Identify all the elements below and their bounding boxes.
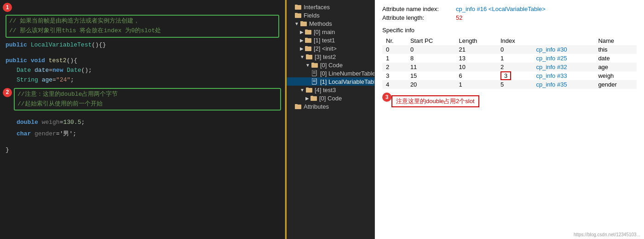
- green-comment-box-2: //注意：这里的double占用两个字节 //起始索引从使用的前一个开始: [14, 88, 281, 111]
- char-line: char gender='男';: [6, 129, 279, 139]
- svg-rect-15: [311, 63, 314, 64]
- table-row: 1 8 13 1 cp_info #25 date: [382, 54, 637, 63]
- comment1-line2: // 那么该对象引用this 将会放在index 为0的slot处: [9, 26, 276, 36]
- tree-item-code-test2[interactable]: ▼ [0] Code: [285, 61, 374, 69]
- folder-icon: [305, 36, 312, 44]
- cell-nr: 4: [382, 80, 407, 89]
- svg-rect-7: [305, 29, 308, 31]
- tree-item-main[interactable]: ▶ [0] main: [285, 28, 374, 36]
- yellow-bar: [285, 0, 287, 239]
- tree-item-interfaces[interactable]: Interfaces: [285, 3, 374, 11]
- cell-length: 21: [455, 45, 496, 54]
- local-variable-table: Nr. Start PC Length Index Name 0 0 21 0 …: [382, 36, 637, 89]
- cell-index: 3: [497, 71, 533, 80]
- highlighted-index: 3: [500, 71, 511, 80]
- tree-label-test2: [3] test2: [315, 53, 336, 60]
- annotation-text: 注意这里的double占用2个slot: [391, 95, 479, 107]
- th-index: Index: [497, 36, 533, 45]
- tree-label-code-test2: [0] Code: [320, 62, 343, 69]
- svg-rect-11: [305, 46, 308, 47]
- tree-item-code-test3[interactable]: ▶ [0] Code: [285, 94, 374, 102]
- badge-1: 1: [3, 3, 12, 12]
- cell-length: 1: [455, 80, 496, 89]
- expand-arrow: ▶: [300, 29, 304, 35]
- cell-name: date: [594, 54, 637, 63]
- th-name: Name: [594, 36, 637, 45]
- table-row: 0 0 21 0 cp_info #30 this: [382, 45, 637, 54]
- tree-label-fields: Fields: [304, 12, 320, 19]
- watermark: https://blog.csdn.net/12345103...: [574, 232, 640, 237]
- tree-label-test3: [4] test3: [315, 87, 336, 93]
- tree-label-main: [0] main: [314, 29, 335, 35]
- cell-link[interactable]: cp_info #32: [532, 63, 594, 71]
- tree-item-test2[interactable]: ▼ [3] test2: [285, 52, 374, 61]
- tree-item-test1[interactable]: ▶ [1] test1: [285, 36, 374, 44]
- th-nr: Nr.: [382, 36, 407, 45]
- tree-label-test1: [1] test1: [314, 37, 335, 44]
- tree-item-attributes[interactable]: Attributes: [285, 102, 374, 111]
- folder-icon: [300, 20, 307, 27]
- svg-rect-23: [306, 87, 309, 89]
- cell-link[interactable]: cp_info #35: [532, 80, 594, 89]
- folder-icon: [310, 94, 317, 102]
- tree-label-linenumbertable: [0] LineNumberTable: [320, 70, 375, 77]
- attr-name-value[interactable]: cp_info #16 <LocalVariableTable>: [456, 6, 546, 12]
- table-row: 3 15 6 3 cp_info #33 weigh: [382, 71, 637, 80]
- cell-index: 2: [497, 63, 533, 71]
- tree-item-fields[interactable]: Fields: [285, 11, 374, 19]
- tree-label-attributes: Attributes: [304, 103, 329, 110]
- expand-arrow: ▼: [305, 63, 310, 68]
- table-row: 2 11 10 2 cp_info #32 age: [382, 63, 637, 71]
- code-block: // 如果当前帧是由构造方法或者实例方法创建， // 那么该对象引用this 将…: [6, 4, 279, 155]
- attr-length-row: Attribute length: 52: [382, 14, 637, 21]
- expand-arrow: ▶: [305, 96, 309, 101]
- file-icon: [311, 78, 318, 85]
- folder-icon: [305, 45, 312, 52]
- folder-icon: [294, 12, 302, 19]
- th-length: Length: [455, 36, 496, 45]
- folder-icon: [305, 53, 313, 60]
- cell-index: 0: [497, 45, 533, 54]
- comment2-line1: //注意：这里的double占用两个字节: [17, 90, 277, 99]
- svg-rect-9: [305, 38, 308, 39]
- tree-item-test3[interactable]: ▼ [4] test3: [285, 86, 374, 94]
- badge-3: 3: [382, 93, 391, 102]
- folder-icon: [294, 103, 302, 110]
- tree-label-init: [2] <init>: [314, 45, 337, 52]
- comment1-line1: // 如果当前帧是由构造方法或者实例方法创建，: [9, 17, 276, 26]
- green-comment-box-1: // 如果当前帧是由构造方法或者实例方法创建， // 那么该对象引用this 将…: [6, 15, 279, 38]
- cell-index: 1: [497, 54, 533, 63]
- method-signature: public void test2(){: [6, 56, 279, 66]
- attr-length-label: Attribute length:: [382, 14, 456, 21]
- cell-name: this: [594, 45, 637, 54]
- cell-start-pc: 15: [407, 71, 455, 80]
- tree-item-init[interactable]: ▶ [2] <init>: [285, 44, 374, 52]
- svg-rect-13: [306, 54, 309, 56]
- cell-link[interactable]: cp_info #33: [532, 71, 594, 80]
- cell-link[interactable]: cp_info #30: [532, 45, 594, 54]
- tree-item-linenumbertable[interactable]: [0] LineNumberTable: [285, 69, 374, 77]
- tree-label-code-test3: [0] Code: [319, 95, 342, 102]
- attr-name-label: Attribute name index:: [382, 6, 456, 12]
- expand-arrow: ▼: [300, 54, 305, 59]
- cell-length: 13: [455, 54, 496, 63]
- code-panel: 1 // 如果当前帧是由构造方法或者实例方法创建， // 那么该对象引用this…: [0, 0, 285, 239]
- cell-start-pc: 0: [407, 45, 455, 54]
- constructor-line: public LocalVariableTest(){}: [6, 41, 279, 50]
- cell-link[interactable]: cp_info #25: [532, 54, 594, 63]
- cell-length: 10: [455, 63, 496, 71]
- expand-arrow: ▶: [300, 46, 304, 51]
- tree-item-localvariabletable[interactable]: [1] LocalVariableTable: [285, 77, 374, 86]
- cell-name: gender: [594, 80, 637, 89]
- annotation-area: 3 注意这里的double占用2个slot: [382, 92, 637, 107]
- svg-rect-1: [295, 5, 298, 6]
- svg-rect-5: [300, 21, 303, 23]
- cell-index: 5: [497, 80, 533, 89]
- double-line: double weigh=130.5;: [6, 118, 279, 128]
- cell-name: age: [594, 63, 637, 71]
- th-start-pc: Start PC: [407, 36, 455, 45]
- expand-arrow: ▶: [300, 38, 304, 43]
- tree-panel: Interfaces Fields ▼ Methods ▶ [0] main ▶…: [285, 0, 375, 239]
- closing-brace: }: [6, 146, 279, 155]
- tree-item-methods[interactable]: ▼ Methods: [285, 19, 374, 28]
